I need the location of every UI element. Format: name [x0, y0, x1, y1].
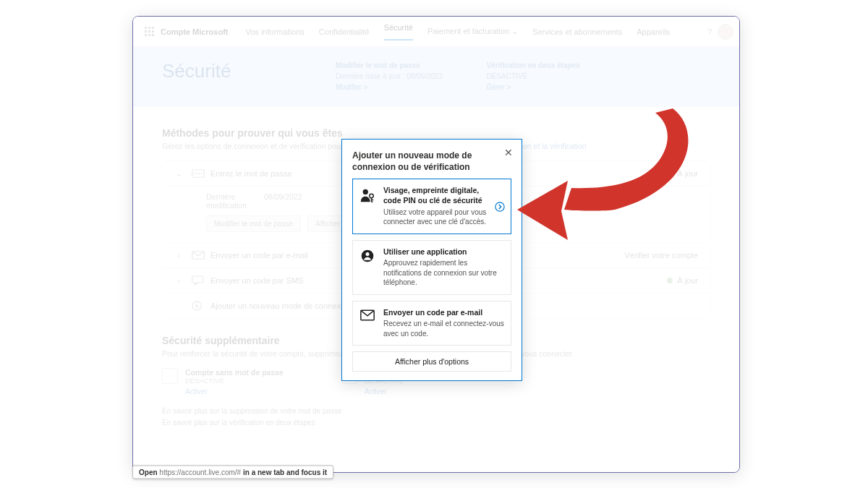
- chevron-right-icon: [495, 202, 505, 212]
- svg-point-9: [370, 194, 374, 199]
- person-key-icon: [359, 186, 376, 226]
- close-icon[interactable]: ✕: [504, 147, 513, 158]
- add-method-modal: ✕ Ajouter un nouveau mode de connexion o…: [341, 139, 522, 381]
- svg-point-8: [363, 189, 368, 194]
- mail-icon: [359, 308, 376, 339]
- status-tooltip: Open https://account.live.com/# in a new…: [132, 466, 333, 479]
- option-passkey[interactable]: Visage, empreinte digitale, code PIN ou …: [352, 179, 511, 234]
- svg-point-12: [366, 252, 370, 256]
- option-app[interactable]: Utiliser une application Approuvez rapid…: [352, 240, 511, 295]
- authenticator-icon: [359, 247, 376, 288]
- show-more-options-button[interactable]: Afficher plus d'options: [352, 351, 511, 372]
- option-email[interactable]: Envoyer un code par e-mail Recevez un e-…: [352, 301, 511, 346]
- svg-point-10: [495, 202, 504, 210]
- modal-title: Ajouter un nouveau mode de connexion ou …: [352, 150, 511, 173]
